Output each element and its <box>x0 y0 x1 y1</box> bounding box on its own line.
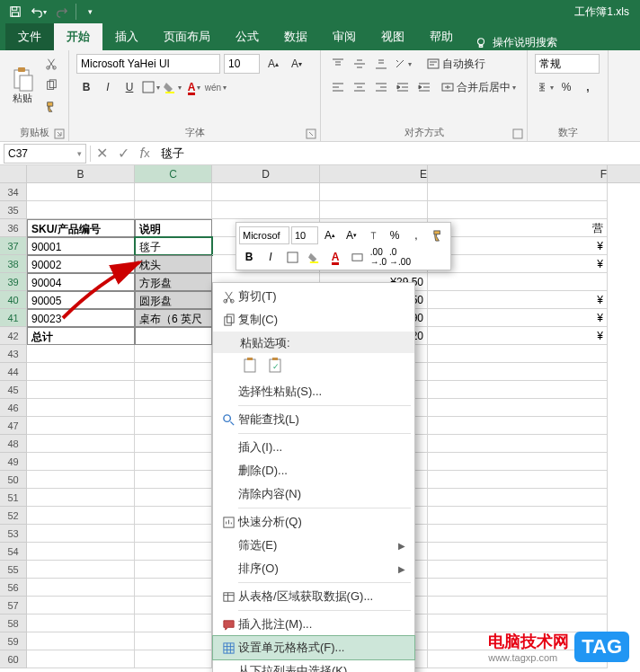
paste-option-values[interactable]: ✓ <box>265 355 287 376</box>
row-header[interactable]: 35 <box>0 201 27 219</box>
cell[interactable] <box>27 579 135 597</box>
mini-decrease-font-icon[interactable]: A▾ <box>342 225 361 245</box>
cell[interactable]: 90023 <box>27 309 135 327</box>
select-all-corner[interactable] <box>0 165 27 182</box>
menu-get-table-data[interactable]: 从表格/区域获取数据(G)... <box>213 585 414 608</box>
cell[interactable] <box>428 543 608 561</box>
cell[interactable] <box>27 381 135 399</box>
cell[interactable] <box>428 471 608 489</box>
cell[interactable]: 90005 <box>27 291 135 309</box>
confirm-formula-icon[interactable]: ✓ <box>112 144 134 164</box>
mini-increase-font-icon[interactable]: A▴ <box>320 225 340 245</box>
increase-indent-icon[interactable] <box>414 77 434 97</box>
menu-sort[interactable]: 排序(O)▶ <box>213 557 414 580</box>
cell[interactable] <box>135 183 212 201</box>
align-launcher-icon[interactable] <box>512 128 523 139</box>
menu-quick-analysis[interactable]: 快速分析(Q) <box>213 510 414 534</box>
font-size-select[interactable] <box>224 54 260 74</box>
orientation-icon[interactable] <box>393 54 413 74</box>
menu-paste-special[interactable]: 选择性粘贴(S)... <box>213 380 414 403</box>
cell[interactable] <box>27 399 135 417</box>
fx-icon[interactable]: fx <box>134 144 156 164</box>
tab-file[interactable]: 文件 <box>5 23 54 50</box>
row-header[interactable]: 56 <box>0 579 27 597</box>
cell[interactable] <box>27 543 135 561</box>
number-format-select[interactable] <box>535 54 600 74</box>
align-middle-icon[interactable] <box>350 54 369 74</box>
cell[interactable]: SKU/产品编号 <box>27 219 135 237</box>
menu-insert[interactable]: 插入(I)... <box>213 436 414 459</box>
cell[interactable] <box>428 399 608 417</box>
cell[interactable] <box>428 615 608 632</box>
cell[interactable] <box>428 345 608 363</box>
col-header-f[interactable]: F <box>428 165 608 182</box>
cell[interactable] <box>212 201 320 219</box>
cell[interactable] <box>135 399 212 417</box>
cell[interactable] <box>428 597 608 615</box>
mini-decrease-decimal-icon[interactable]: .00→.0 <box>369 247 388 267</box>
mini-merge-icon[interactable] <box>347 247 367 267</box>
cell[interactable] <box>135 525 212 543</box>
mini-accounting-icon[interactable] <box>363 225 383 245</box>
name-box[interactable]: C37▾ <box>4 144 86 164</box>
cell[interactable] <box>27 561 135 579</box>
cell[interactable]: 桌布（6 英尺 <box>135 309 212 327</box>
mini-border-icon[interactable] <box>282 247 302 267</box>
font-color-button[interactable]: A <box>184 77 204 97</box>
cell[interactable] <box>428 273 608 291</box>
cell[interactable]: ¥ <box>428 255 608 273</box>
cell[interactable] <box>27 615 135 632</box>
row-header[interactable]: 44 <box>0 363 27 381</box>
menu-delete[interactable]: 删除(D)... <box>213 459 414 482</box>
tab-insert[interactable]: 插入 <box>102 23 151 50</box>
cell[interactable] <box>428 183 608 201</box>
cell[interactable] <box>135 435 212 453</box>
row-header[interactable]: 34 <box>0 183 27 201</box>
accounting-format-icon[interactable] <box>535 77 555 97</box>
mini-format-painter-icon[interactable] <box>428 225 448 245</box>
row-header[interactable]: 54 <box>0 543 27 561</box>
row-header[interactable]: 60 <box>0 650 27 668</box>
cell[interactable] <box>135 453 212 471</box>
cell[interactable] <box>428 489 608 507</box>
mini-bold-icon[interactable]: B <box>239 247 259 267</box>
tab-data[interactable]: 数据 <box>271 23 320 50</box>
mini-fill-color-icon[interactable] <box>304 247 324 267</box>
paste-option-keep-source[interactable] <box>240 355 262 376</box>
cell[interactable] <box>428 363 608 381</box>
row-header[interactable]: 36 <box>0 219 27 237</box>
mini-percent-icon[interactable]: % <box>385 225 404 245</box>
cell[interactable]: 毯子 <box>135 237 212 255</box>
align-center-icon[interactable] <box>350 77 369 97</box>
row-header[interactable]: 48 <box>0 435 27 453</box>
row-header[interactable]: 50 <box>0 471 27 489</box>
row-header[interactable]: 41 <box>0 309 27 327</box>
cell[interactable] <box>212 183 320 201</box>
underline-button[interactable]: U <box>120 77 139 97</box>
cell[interactable] <box>135 363 212 381</box>
cell[interactable] <box>135 417 212 435</box>
cell[interactable]: ¥ <box>428 327 608 345</box>
cell[interactable] <box>27 525 135 543</box>
cell[interactable] <box>27 471 135 489</box>
cell[interactable]: 总计 <box>27 327 135 345</box>
cell[interactable] <box>135 345 212 363</box>
font-launcher-icon[interactable] <box>306 128 316 139</box>
menu-dropdown-select[interactable]: 从下拉列表中选择(K)... <box>213 659 414 672</box>
cell[interactable] <box>135 471 212 489</box>
cell[interactable] <box>27 453 135 471</box>
cell[interactable] <box>135 561 212 579</box>
cell[interactable] <box>27 632 135 650</box>
clipboard-launcher-icon[interactable] <box>54 128 65 139</box>
cell[interactable] <box>27 345 135 363</box>
col-header-c[interactable]: C <box>135 165 212 182</box>
cell[interactable] <box>320 183 428 201</box>
increase-font-icon[interactable]: A▴ <box>263 54 283 74</box>
merge-button[interactable]: 合并后居中 <box>441 77 516 97</box>
cell[interactable] <box>27 201 135 219</box>
comma-icon[interactable]: , <box>578 77 598 97</box>
copy-icon[interactable] <box>41 75 61 95</box>
row-header[interactable]: 40 <box>0 291 27 309</box>
menu-clear[interactable]: 清除内容(N) <box>213 482 414 506</box>
phonetic-button[interactable]: wén <box>206 77 226 97</box>
